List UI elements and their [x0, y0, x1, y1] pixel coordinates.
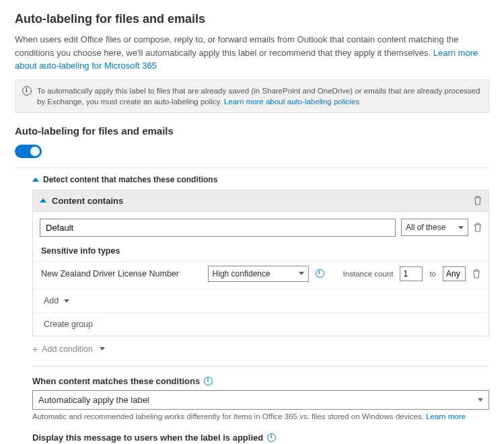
delete-condition-button[interactable] — [474, 196, 482, 205]
content-contains-label: Content contains — [52, 196, 123, 206]
page-title: Auto-labeling for files and emails — [15, 12, 489, 26]
delete-group-button[interactable] — [474, 223, 482, 232]
chevron-down-icon — [299, 272, 304, 275]
create-group-button[interactable]: Create group — [33, 312, 489, 336]
infobar-link[interactable]: Learn more about auto-labeling policies — [224, 98, 359, 106]
chevron-up-icon — [40, 198, 46, 202]
plus-icon: + — [32, 344, 38, 354]
info-icon[interactable] — [204, 377, 213, 385]
intro-text: When users edit Office files or compose,… — [15, 34, 458, 58]
add-sit-button[interactable]: Add — [33, 289, 489, 312]
match-action-select[interactable]: Automatically apply the label — [32, 390, 489, 410]
toggle-section-title: Auto-labeling for files and emails — [15, 125, 489, 137]
match-mode-select[interactable]: All of these — [401, 219, 468, 236]
info-bar: To automatically apply this label to fil… — [15, 79, 489, 113]
info-icon — [22, 86, 32, 96]
content-contains-block: Content contains All of these Sensitive … — [32, 190, 489, 336]
instance-to-input[interactable] — [443, 266, 466, 281]
info-icon[interactable] — [316, 269, 324, 278]
info-icon[interactable] — [267, 433, 276, 442]
sit-row: New Zealand Driver License Number High c… — [33, 261, 489, 289]
match-action-helper: Automatic and recommended labeling works… — [32, 412, 489, 420]
delete-sit-button[interactable] — [472, 269, 480, 279]
chevron-up-icon — [32, 178, 39, 182]
detect-conditions-expander[interactable]: Detect content that matches these condit… — [32, 168, 489, 190]
to-label: to — [429, 270, 436, 278]
instance-from-input[interactable] — [400, 266, 423, 281]
confidence-value: High confidence — [213, 269, 271, 279]
add-condition-label: Add condition — [42, 344, 93, 354]
match-action-label: When content matches these conditions — [32, 376, 200, 386]
match-action-value: Automatically apply the label — [38, 395, 149, 405]
chevron-down-icon — [458, 226, 464, 229]
chevron-down-icon — [478, 398, 483, 402]
user-message-label: Display this message to users when the l… — [32, 433, 263, 443]
sit-name: New Zealand Driver License Number — [41, 269, 201, 279]
instance-count-label: Instance count — [343, 270, 394, 278]
match-mode-value: All of these — [406, 223, 445, 232]
add-label: Add — [44, 296, 59, 305]
intro-paragraph: When users edit Office files or compose,… — [15, 33, 489, 73]
helper-learn-more-link[interactable]: Learn more — [426, 412, 466, 420]
chevron-down-icon — [64, 299, 69, 303]
auto-labeling-toggle[interactable] — [15, 145, 42, 158]
chevron-down-icon — [100, 347, 105, 350]
confidence-select[interactable]: High confidence — [208, 266, 309, 282]
sit-heading: Sensitive info types — [33, 244, 489, 261]
group-name-input[interactable] — [40, 219, 396, 237]
add-condition-button[interactable]: + Add condition — [32, 336, 489, 362]
detect-conditions-label: Detect content that matches these condit… — [43, 175, 217, 184]
